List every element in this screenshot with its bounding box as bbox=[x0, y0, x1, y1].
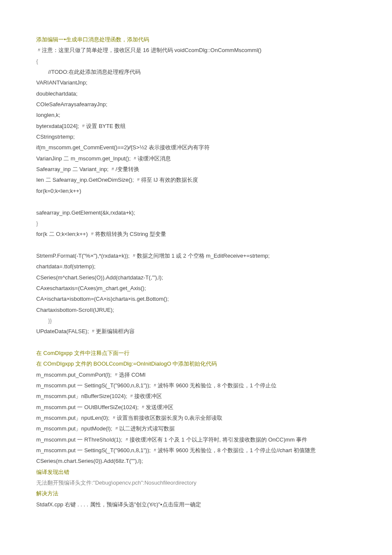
code-line: doublechartdata; bbox=[36, 88, 356, 99]
code-line: 无法翻开预编译头文件:"Debug\opencv.pch":Nosuchfile… bbox=[36, 477, 356, 488]
code-line: StdafX.cpp 右键 . . . . 属性，预编译头选"创立(Y∕c)"▪… bbox=[36, 499, 356, 510]
code-line: m_mscomm.put 一 SettingS(_T("9600,n,8,1")… bbox=[36, 380, 356, 391]
code-line: for(k 二 O;k<len;k++) 〃将数组转换为 CString 型变量 bbox=[36, 229, 356, 239]
code-line: } bbox=[36, 218, 356, 229]
code-line bbox=[36, 240, 356, 250]
code-line: 在 ComDIgxpp 文件中注释点下面一行 bbox=[36, 348, 356, 358]
code-line bbox=[36, 196, 356, 207]
code-line: CStringstrtemp; bbox=[36, 131, 356, 142]
document-body: 添加编辑一•生成串口消息处理函数，添加代码〃注意：这里只做了简单处理，接收区只是… bbox=[36, 34, 356, 510]
code-line: VarianJinp 二 m_mscomm.get_Input(); 〃读缓冲区… bbox=[36, 153, 356, 164]
code-line: Safearray_inp 二 Variant_inp; 〃/变量转换 bbox=[36, 164, 356, 174]
code-line: m_mscomm.put 一 RThreShoId(1); 〃接收缓冲区有 1 … bbox=[36, 434, 356, 445]
code-line: CSeries(m^chart.Series(O)).Add(chartdata… bbox=[36, 272, 356, 283]
code-line: COIeSafeArraysafearrayJnp; bbox=[36, 99, 356, 110]
code-line: Ien 二 Safearray_inp.GetOneDimSize(); 〃得至… bbox=[36, 174, 356, 185]
code-line: 编译发现出错 bbox=[36, 467, 356, 477]
code-line: StrtemP.Format(-T("%×"),*(rxdata+k)); 〃数… bbox=[36, 250, 356, 261]
code-line: Ionglen,k; bbox=[36, 110, 356, 120]
code-line: m_mscomm.put_CommPort(l); 〃选择 COMl bbox=[36, 369, 356, 380]
code-line: 添加编辑一•生成串口消息处理函数，添加代码 bbox=[36, 34, 356, 45]
code-line: safearray_inp.GetElement(&k,rxdata+k); bbox=[36, 207, 356, 218]
code-line: VARIANTVariantJnp; bbox=[36, 77, 356, 88]
code-line: m_mscomm.put」nputMode(l); 〃以二进制方式读写数据 bbox=[36, 423, 356, 434]
code-line: { bbox=[36, 56, 356, 67]
code-line: UPdateData(FALSE); 〃更新编辑框内容 bbox=[36, 326, 356, 337]
code-line: CSeries(m.chart.Series(0)).Add(68z.T("")… bbox=[36, 456, 356, 466]
code-line: CAxeschartaxis=(CAxes)m_chart.get_Axis()… bbox=[36, 283, 356, 293]
code-line: 〃注意：这里只做了简单处理，接收区只是 16 进制代码 voidCcomDlg:… bbox=[36, 45, 356, 55]
code-line: m_mscomm.put」nBufferSize(1024); 〃接收缓冲区 bbox=[36, 391, 356, 401]
code-line: CA×ischarta×isbottom=(CA×is)charta×is.ge… bbox=[36, 293, 356, 304]
code-line bbox=[36, 337, 356, 348]
code-line: chartdata=.ttof(strtemp); bbox=[36, 261, 356, 272]
code-line: if(m_mscomm.get_CommEvent()==2)∕∕{S>½2 表… bbox=[36, 142, 356, 153]
code-line: for(k=0;k<len;k++) bbox=[36, 186, 356, 196]
code-line: m_mscomm.put 一 OUtBUfferSiZe(1024); 〃发送缓… bbox=[36, 402, 356, 413]
code-line: //TODO:在此处添加消息处理程序代码 bbox=[36, 67, 356, 77]
code-line: m_mscomm.put」nputLen(0); 〃设置当前接收区数据长度为 0… bbox=[36, 413, 356, 423]
code-line: Chartaxisbottom-ScroII(IJRUE); bbox=[36, 305, 356, 315]
code-line: byterxdata[1024]; 〃设置 BYTE 数组 bbox=[36, 121, 356, 131]
code-line: 解决方法 bbox=[36, 488, 356, 499]
code-line: 在 COmDIgxpp 文件的 BOOLCcomDlg:=OnInitDialo… bbox=[36, 358, 356, 369]
code-line: }} bbox=[36, 315, 356, 326]
code-line: m_mscomm.put 一 SettingS(_T("9600,n,8,1")… bbox=[36, 445, 356, 456]
